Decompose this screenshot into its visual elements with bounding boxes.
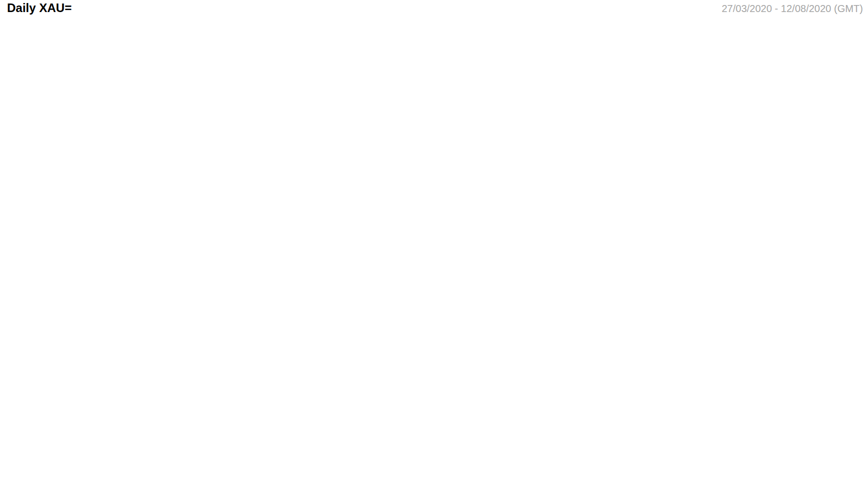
chart-canvas[interactable]	[0, 0, 868, 498]
chart-window: Daily XAU= 27/03/2020 - 12/08/2020 (GMT)	[0, 0, 868, 498]
